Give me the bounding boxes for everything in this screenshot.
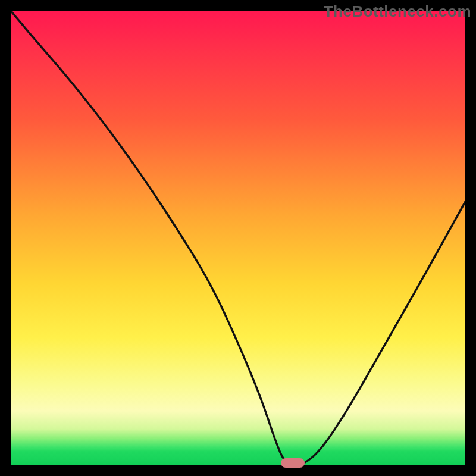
- curve-layer: [11, 11, 465, 465]
- optimal-marker: [281, 458, 305, 468]
- plot-area: [11, 11, 465, 465]
- watermark-text: TheBottleneck.com: [324, 2, 471, 21]
- chart-frame: TheBottleneck.com: [0, 0, 476, 476]
- bottleneck-curve: [11, 11, 465, 465]
